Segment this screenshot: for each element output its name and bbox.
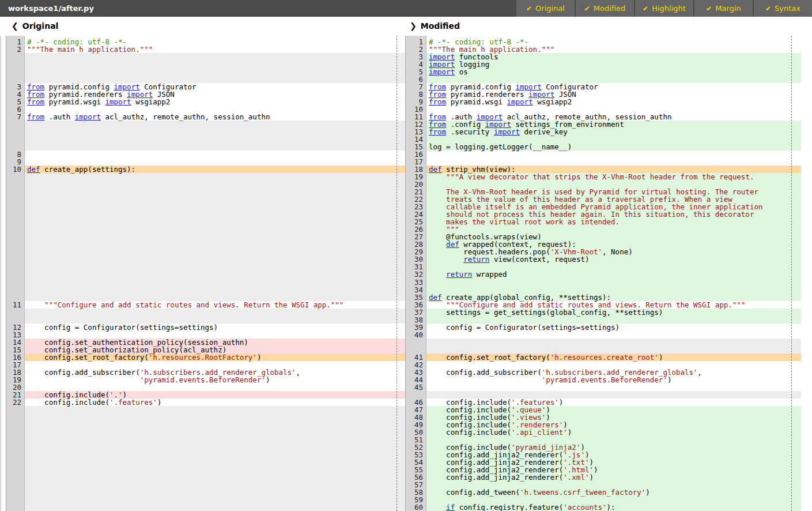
margin-guide-line: [791, 36, 792, 511]
text-token: config.registry.feature(: [455, 503, 563, 511]
line-number: [6, 233, 24, 241]
text-token: ): [659, 353, 663, 362]
line-number: [6, 489, 24, 496]
line-number: [6, 173, 24, 181]
text-token: ): [568, 428, 572, 437]
code-line: [25, 474, 405, 481]
toggle-margin-button[interactable]: ✔ Margin: [694, 0, 753, 17]
toggle-syntax-button[interactable]: ✔ Syntax: [754, 0, 812, 17]
original-code-area[interactable]: # -*- coding: utf-8 -*-"""The main h app…: [25, 36, 405, 511]
line-number: 38: [406, 316, 426, 324]
code-line: [25, 248, 405, 256]
line-number: [6, 414, 24, 421]
line-number: 60: [406, 504, 426, 511]
code-line: [25, 489, 405, 496]
line-number: [6, 436, 24, 444]
code-line: config.set_root_factory('h.resources.Roo…: [25, 354, 405, 361]
line-number: 21: [6, 391, 24, 399]
text-token: [27, 375, 140, 384]
line-number: [6, 279, 24, 286]
line-number: 54: [406, 459, 426, 466]
text-token: [429, 255, 463, 264]
string-token: '.xml': [563, 473, 589, 482]
code-line: """The main h application.""": [25, 46, 405, 53]
text-token: view(context, request): [489, 255, 589, 264]
original-pane-header: ❮Original: [0, 17, 405, 36]
original-pane[interactable]: 12345678910111213141516171819202122 # -*…: [0, 36, 405, 511]
code-line: [426, 384, 801, 391]
check-icon: ✔: [706, 5, 712, 13]
toggle-highlight-button[interactable]: ✔ Highlight: [635, 0, 693, 17]
code-line: def create_app(settings):: [25, 166, 405, 173]
code-line: [25, 121, 405, 128]
code-line: from pyramid.wsgi import wsgiapp2: [25, 98, 405, 106]
line-number: 44: [406, 376, 426, 384]
code-line: makes the virtual root work as intended.: [426, 218, 801, 226]
modified-pane-header: ❯Modified: [405, 17, 812, 36]
string-token: 'pyramid.events.BeforeRender': [140, 375, 266, 384]
line-number: 10: [6, 166, 24, 173]
code-line: log = logging.getLogger(__name__): [426, 143, 801, 151]
line-number: 55: [406, 466, 426, 474]
code-line: [25, 128, 405, 136]
title-bar: workspace1/after.py ✔ Original ✔ Modifie…: [0, 0, 812, 17]
toggle-modified-button[interactable]: ✔ Modified: [576, 0, 634, 17]
line-number: 36: [406, 301, 426, 309]
line-number: [6, 421, 24, 429]
keyword-token: from: [27, 97, 44, 106]
code-line: [25, 53, 405, 61]
line-number: [6, 504, 24, 511]
code-line: config.add_jinja2_renderer('.xml'): [426, 474, 801, 481]
code-line: 'pyramid.events.BeforeRender'): [426, 376, 801, 384]
line-number: 47: [406, 406, 426, 414]
code-line: """A view decorator that strips the X-Vh…: [426, 173, 801, 181]
toggle-original-button[interactable]: ✔ Original: [516, 0, 575, 17]
text-token: , None): [602, 247, 633, 256]
text-token: ): [266, 375, 270, 384]
text-token: ): [157, 398, 162, 407]
code-line: [25, 406, 405, 414]
code-line: [25, 241, 405, 248]
modified-code-area[interactable]: # -*- coding: utf-8 -*-"""The main h app…: [426, 36, 801, 511]
line-number: 18: [6, 369, 24, 376]
text-token: acl_authz, remote_authn, session_authn: [101, 112, 270, 121]
line-number: 20: [6, 384, 24, 391]
code-line: import logging: [426, 61, 801, 68]
modified-pane[interactable]: 1234567891011121314151617181920212223242…: [405, 36, 812, 511]
text-token: config.set_root_factory(: [429, 353, 550, 362]
code-line: [25, 263, 405, 270]
text-token: ): [645, 488, 650, 497]
line-number: 11: [6, 301, 24, 309]
line-number: [406, 346, 426, 354]
code-line: if config.registry.feature('accounts'):: [426, 504, 801, 511]
toggle-syntax-label: Syntax: [775, 4, 800, 13]
check-icon: ✔: [643, 5, 648, 13]
code-line: return wrapped: [426, 270, 801, 278]
line-number: [6, 188, 24, 196]
line-number: 15: [6, 346, 24, 354]
line-number: 57: [406, 481, 426, 489]
text-token: pyramid.wsgi: [446, 97, 507, 106]
code-line: [426, 279, 801, 286]
code-line: return view(context, request): [426, 256, 801, 263]
line-number: [6, 53, 24, 61]
line-number: [6, 444, 24, 451]
text-token: settings = get_settings(global_config, *…: [429, 308, 663, 317]
code-line: [25, 203, 405, 211]
keyword-token: import: [429, 67, 455, 76]
code-line: [25, 68, 405, 76]
string-token: """A view decorator that strips the X-Vh…: [446, 172, 754, 181]
text-token: [429, 270, 446, 279]
line-number: [6, 241, 24, 248]
line-number: 32: [406, 270, 426, 278]
code-line: [25, 211, 405, 218]
code-line: config.add_tween('h.tweens.csrf_tween_fa…: [426, 489, 801, 496]
text-token: config = Configurator(settings=settings): [27, 323, 218, 332]
line-number: [6, 218, 24, 226]
line-number: [6, 466, 24, 474]
line-number: [6, 316, 24, 324]
code-line: from .auth import acl_authz, remote_auth…: [25, 113, 405, 121]
line-number: [6, 270, 24, 278]
line-number: [6, 248, 24, 256]
code-line: config.include('.api_client'): [426, 429, 801, 436]
